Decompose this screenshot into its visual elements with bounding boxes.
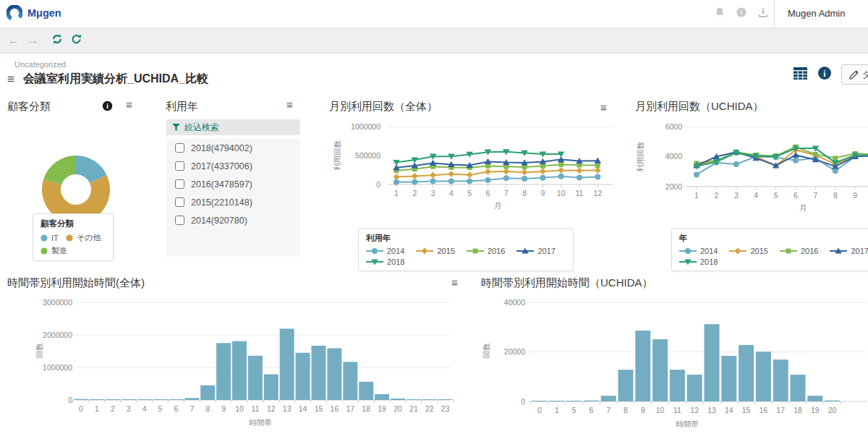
bar[interactable] <box>584 401 599 401</box>
bar[interactable] <box>670 370 685 401</box>
data-point[interactable] <box>595 174 600 180</box>
bar[interactable] <box>74 399 88 400</box>
legend-item[interactable]: IT <box>41 234 59 242</box>
notifications-bell-icon[interactable] <box>709 7 731 21</box>
data-point[interactable] <box>595 163 600 168</box>
data-point[interactable] <box>733 161 739 167</box>
legend-item[interactable]: 2018 <box>679 258 718 266</box>
data-point[interactable] <box>813 152 818 157</box>
bar[interactable] <box>312 346 326 400</box>
bar[interactable] <box>264 374 278 400</box>
filter-checkbox[interactable] <box>175 161 184 171</box>
pie-slice[interactable] <box>43 156 76 185</box>
filter-item[interactable]: 2017(4337006) <box>166 157 300 175</box>
dashboard-info-icon[interactable]: i <box>817 66 832 83</box>
data-point[interactable] <box>540 169 546 175</box>
bar[interactable] <box>200 386 215 400</box>
bar[interactable] <box>232 341 247 400</box>
bar[interactable] <box>549 401 564 401</box>
bar[interactable] <box>773 359 788 401</box>
legend-item[interactable]: 2016 <box>780 247 818 255</box>
legend-item[interactable]: 2015 <box>729 247 767 255</box>
data-point[interactable] <box>522 176 527 182</box>
data-point[interactable] <box>430 179 436 184</box>
filter-checkbox[interactable] <box>175 216 184 225</box>
data-point[interactable] <box>793 158 799 163</box>
filter-item[interactable]: 2014(920780) <box>166 211 300 229</box>
widget-menu-icon[interactable]: ≡ <box>451 276 458 289</box>
bar[interactable] <box>422 399 437 400</box>
filter-checkbox[interactable] <box>175 179 184 189</box>
data-point[interactable] <box>473 249 478 254</box>
data-point[interactable] <box>422 248 428 255</box>
data-point[interactable] <box>503 169 509 175</box>
widget-info-icon[interactable]: i <box>102 101 113 114</box>
data-point[interactable] <box>467 171 473 178</box>
legend-item[interactable]: 製造 <box>41 245 67 256</box>
widget-menu-icon[interactable]: ≡ <box>286 98 293 111</box>
data-point[interactable] <box>448 179 454 184</box>
bar[interactable] <box>618 370 634 401</box>
data-point[interactable] <box>540 163 545 169</box>
bar[interactable] <box>721 356 736 401</box>
bar[interactable] <box>106 399 120 400</box>
bar[interactable] <box>359 382 373 400</box>
filter-checkbox[interactable] <box>175 143 184 153</box>
bar[interactable] <box>566 401 582 401</box>
bar[interactable] <box>391 399 405 400</box>
bar[interactable] <box>153 399 168 400</box>
bar[interactable] <box>90 399 104 400</box>
data-point[interactable] <box>522 165 527 170</box>
data-point[interactable] <box>786 249 791 254</box>
bar[interactable] <box>280 328 294 400</box>
bar[interactable] <box>687 375 702 401</box>
dashboard-menu-icon[interactable]: ≡ <box>7 72 14 87</box>
data-point[interactable] <box>558 174 564 179</box>
bar[interactable] <box>739 345 754 401</box>
filter-item[interactable]: 2018(4794002) <box>166 139 300 157</box>
bar[interactable] <box>248 356 263 400</box>
legend-item[interactable]: 2017 <box>830 247 868 255</box>
bar[interactable] <box>652 339 668 401</box>
data-point[interactable] <box>540 175 545 181</box>
bar[interactable] <box>825 401 840 401</box>
bar[interactable] <box>635 331 650 401</box>
bar[interactable] <box>756 352 771 401</box>
legend-item[interactable]: 2017 <box>516 247 555 255</box>
widget-menu-icon[interactable]: ≡ <box>600 101 607 114</box>
bar[interactable] <box>791 375 806 401</box>
legend-item[interactable]: 2016 <box>467 247 505 255</box>
filter-item[interactable]: 2015(2210148) <box>166 193 300 211</box>
data-point[interactable] <box>412 179 417 184</box>
sync-icon[interactable] <box>51 33 64 48</box>
data-point[interactable] <box>576 174 582 180</box>
bar[interactable] <box>807 396 822 401</box>
download-icon[interactable] <box>752 7 774 21</box>
data-point[interactable] <box>448 171 455 177</box>
bar[interactable] <box>122 399 136 400</box>
data-point[interactable] <box>558 162 563 167</box>
legend-item[interactable]: その他 <box>66 232 101 243</box>
filter-checkbox[interactable] <box>175 197 184 207</box>
data-point[interactable] <box>522 169 528 176</box>
filter-search-header[interactable]: 絞込検索 <box>166 119 300 135</box>
bar[interactable] <box>296 353 310 400</box>
data-point[interactable] <box>372 248 378 254</box>
back-arrow-icon[interactable]: ← <box>7 34 20 47</box>
bar[interactable] <box>438 399 453 400</box>
filter-item[interactable]: 2016(3478597) <box>166 175 300 193</box>
bar[interactable] <box>532 401 548 401</box>
data-point[interactable] <box>485 177 491 183</box>
bar[interactable] <box>169 399 183 400</box>
bar[interactable] <box>216 343 231 400</box>
data-point[interactable] <box>430 172 436 179</box>
edit-dashboard-button[interactable]: ダッシュボード <box>841 64 868 85</box>
data-point[interactable] <box>595 167 601 174</box>
bar[interactable] <box>137 399 152 400</box>
legend-item[interactable]: 2014 <box>679 247 718 255</box>
data-point[interactable] <box>467 179 472 184</box>
widget-menu-icon[interactable]: ≡ <box>126 98 132 111</box>
data-point[interactable] <box>485 163 490 169</box>
table-view-icon[interactable] <box>793 67 808 83</box>
data-point[interactable] <box>685 248 691 254</box>
